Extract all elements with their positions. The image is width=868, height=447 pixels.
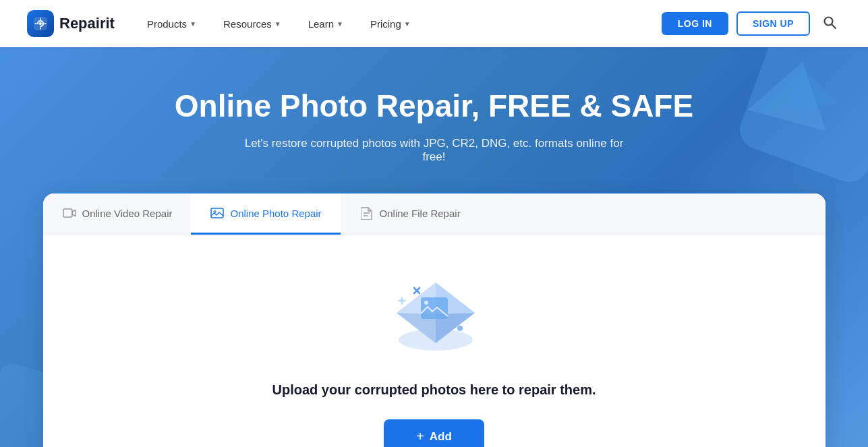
nav-resources[interactable]: Resources ▼ <box>212 13 292 35</box>
tab-bar: Online Video Repair Online Photo Repair <box>43 193 826 235</box>
search-button[interactable] <box>818 11 841 37</box>
nav-products[interactable]: Products ▼ <box>136 13 207 35</box>
card-body: Upload your corrupted photos here to rep… <box>43 235 826 447</box>
logo-link[interactable]: Repairit <box>27 10 115 37</box>
tab-file[interactable]: Online File Repair <box>341 193 480 235</box>
repair-card: Online Video Repair Online Photo Repair <box>43 193 826 447</box>
svg-point-1 <box>39 22 42 25</box>
tab-video[interactable]: Online Video Repair <box>43 193 192 235</box>
logo-icon <box>27 10 54 37</box>
tab-photo[interactable]: Online Photo Repair <box>191 193 340 235</box>
illustration-svg <box>380 269 488 363</box>
add-button[interactable]: + Add <box>384 419 484 447</box>
add-label: Add <box>430 430 452 444</box>
tab-file-label: Online File Repair <box>380 208 461 219</box>
svg-rect-7 <box>211 208 223 218</box>
plus-icon: + <box>416 429 424 444</box>
nav-learn[interactable]: Learn ▼ <box>297 13 354 35</box>
video-icon <box>62 206 77 220</box>
svg-point-19 <box>457 326 463 331</box>
chevron-down-icon: ▼ <box>404 20 411 28</box>
upload-prompt: Upload your corrupted photos here to rep… <box>272 382 596 398</box>
navbar: Repairit Products ▼ Resources ▼ Learn ▼ … <box>0 0 868 47</box>
hero-title: Online Photo Repair, FREE & SAFE <box>175 88 693 125</box>
hero-subtitle: Let's restore corrupted photos with JPG,… <box>232 137 637 164</box>
signup-button[interactable]: SIGN UP <box>736 11 810 36</box>
nav-actions: LOG IN SIGN UP <box>662 11 841 37</box>
svg-point-8 <box>214 211 216 213</box>
tab-video-label: Online Video Repair <box>82 208 173 219</box>
svg-rect-17 <box>421 297 448 319</box>
nav-pricing[interactable]: Pricing ▼ <box>359 13 422 35</box>
deco-shape-top-right <box>747 54 841 142</box>
svg-point-2 <box>825 17 833 25</box>
svg-line-3 <box>832 24 836 28</box>
brand-name: Repairit <box>59 15 115 32</box>
chevron-down-icon: ▼ <box>274 20 281 28</box>
photo-icon <box>210 206 225 220</box>
nav-links: Products ▼ Resources ▼ Learn ▼ Pricing ▼ <box>136 13 662 35</box>
chevron-down-icon: ▼ <box>190 20 196 28</box>
hero-section: Online Photo Repair, FREE & SAFE Let's r… <box>0 47 868 447</box>
chevron-down-icon: ▼ <box>337 20 343 28</box>
svg-rect-6 <box>63 209 72 217</box>
search-icon <box>822 15 837 30</box>
file-icon <box>359 206 374 220</box>
upload-illustration <box>380 269 488 363</box>
svg-point-18 <box>424 301 428 305</box>
tab-photo-label: Online Photo Repair <box>230 208 321 219</box>
login-button[interactable]: LOG IN <box>662 12 728 35</box>
